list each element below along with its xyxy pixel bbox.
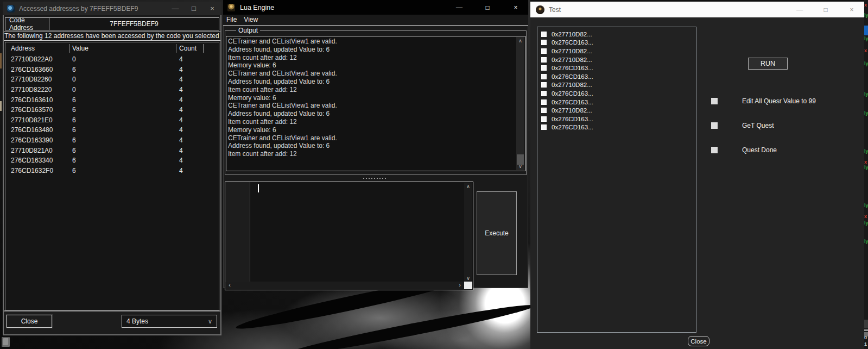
scroll-up-icon[interactable]: ∧ bbox=[464, 183, 472, 190]
maximize-icon[interactable]: □ bbox=[185, 4, 203, 13]
close-icon[interactable]: × bbox=[847, 6, 857, 14]
cell-count: 4 bbox=[176, 86, 219, 94]
maximize-icon[interactable]: □ bbox=[821, 6, 831, 14]
test-title: Test bbox=[549, 6, 561, 14]
table-row[interactable]: 276CD1632F0 6 4 bbox=[5, 166, 219, 176]
lua-engine-titlebar[interactable]: Lua Engine — □ × bbox=[223, 0, 528, 15]
option-label: Quest Done bbox=[742, 146, 777, 154]
cell-address: 276CD163340 bbox=[5, 157, 69, 164]
checkbox[interactable] bbox=[541, 57, 547, 63]
column-header-count[interactable]: Count bbox=[176, 44, 204, 53]
minimize-icon[interactable]: — bbox=[795, 6, 804, 14]
list-item[interactable]: 0x276CD163... bbox=[537, 72, 696, 81]
output-group-label: Output bbox=[236, 27, 260, 35]
list-item[interactable]: 0x276CD163... bbox=[537, 39, 696, 47]
checkbox[interactable] bbox=[541, 82, 547, 88]
column-header-spacer bbox=[204, 44, 219, 53]
cell-value: 0 bbox=[69, 55, 176, 63]
option-row[interactable]: Quest Done bbox=[711, 138, 852, 162]
cheat-engine-icon bbox=[7, 5, 15, 13]
run-button[interactable]: RUN bbox=[748, 58, 788, 70]
code-address-label: Code Address bbox=[5, 17, 49, 30]
list-item[interactable]: 0x27710D82... bbox=[537, 47, 696, 55]
minimize-icon[interactable]: — bbox=[453, 4, 465, 11]
checkbox[interactable] bbox=[711, 98, 718, 104]
list-item[interactable]: 0x276CD163... bbox=[537, 115, 696, 123]
edge-fragment-text: ly bbox=[864, 239, 868, 244]
output-line: Item count after add: 12 bbox=[228, 54, 515, 62]
list-item-label: 0x276CD163... bbox=[552, 65, 593, 71]
scrollbar-corner bbox=[464, 282, 472, 289]
table-row[interactable]: 27710D82260 0 4 bbox=[5, 74, 219, 85]
option-row[interactable]: GeT Quest bbox=[711, 113, 852, 138]
code-address-input[interactable]: 7FFEFF5BDEF9 bbox=[49, 17, 219, 30]
table-row[interactable]: 276CD163340 6 4 bbox=[5, 155, 219, 166]
close-icon[interactable]: × bbox=[203, 4, 221, 13]
output-line: Item count after add: 12 bbox=[228, 118, 515, 126]
table-row[interactable]: 276CD163610 6 4 bbox=[5, 95, 219, 105]
output-line: CETrainer and CEListView1 are valid. bbox=[228, 70, 515, 78]
editor-vertical-scrollbar[interactable]: ∧ ∨ bbox=[464, 183, 472, 282]
checkbox[interactable] bbox=[541, 74, 547, 79]
table-row[interactable]: 27710D822A0 0 4 bbox=[5, 54, 219, 65]
script-editor[interactable]: ∧ ∨ ‹ › bbox=[225, 182, 473, 290]
accessed-addresses-titlebar[interactable]: Accessed addresses by 7FFEFF5BDEF9 — □ × bbox=[3, 2, 221, 15]
scroll-left-icon[interactable]: ‹ bbox=[226, 282, 233, 289]
list-item[interactable]: 0x27710D82... bbox=[537, 55, 696, 64]
scroll-right-icon[interactable]: › bbox=[456, 282, 464, 289]
scroll-down-icon[interactable]: ∨ bbox=[516, 163, 524, 170]
list-item[interactable]: 0x27710D82... bbox=[537, 81, 696, 90]
table-row[interactable]: 276CD163480 6 4 bbox=[5, 125, 219, 135]
checkbox[interactable] bbox=[541, 124, 547, 130]
cell-count: 4 bbox=[176, 66, 219, 73]
output-scrollbar[interactable]: ∧ ∨ bbox=[516, 37, 524, 170]
checkbox[interactable] bbox=[541, 65, 547, 71]
table-row[interactable]: 27710D821A0 6 4 bbox=[5, 145, 219, 155]
editor-horizontal-scrollbar[interactable]: ‹ › bbox=[226, 282, 464, 289]
checkbox[interactable] bbox=[541, 40, 547, 45]
list-item-label: 0x276CD163... bbox=[552, 73, 593, 80]
minimize-icon[interactable]: — bbox=[166, 4, 185, 13]
table-row[interactable]: 27710D82220 0 4 bbox=[5, 85, 219, 95]
edge-fragment-text: 1 bbox=[864, 341, 867, 347]
list-item[interactable]: 0x27710D82... bbox=[537, 30, 696, 39]
checkbox[interactable] bbox=[541, 32, 547, 37]
maximize-icon[interactable]: □ bbox=[481, 4, 493, 11]
checkbox[interactable] bbox=[541, 99, 547, 105]
menu-item[interactable]: File bbox=[224, 15, 242, 25]
execute-button[interactable]: Execute bbox=[477, 191, 517, 275]
checkbox[interactable] bbox=[711, 122, 718, 129]
table-row[interactable]: 276CD163660 6 4 bbox=[5, 65, 219, 75]
list-item[interactable]: 0x276CD163... bbox=[537, 98, 696, 107]
editor-gutter bbox=[225, 182, 250, 282]
close-icon[interactable]: × bbox=[510, 4, 522, 11]
table-row[interactable]: 27710D821E0 6 4 bbox=[5, 115, 219, 126]
address-checkbox-list[interactable]: 0x27710D82... 0x276CD163... 0x27710D82..… bbox=[537, 27, 696, 333]
output-console[interactable]: CETrainer and CEListView1 are valid.Addr… bbox=[226, 36, 525, 171]
value-type-select[interactable]: 4 Bytes ∨ bbox=[122, 315, 217, 328]
list-item[interactable]: 0x276CD163... bbox=[537, 64, 696, 72]
lua-engine-icon bbox=[227, 4, 235, 11]
close-button[interactable]: Close bbox=[688, 336, 709, 346]
menu-item[interactable]: View bbox=[242, 15, 263, 25]
table-row[interactable]: 276CD163390 6 4 bbox=[5, 135, 219, 146]
list-item[interactable]: 0x27710D82... bbox=[537, 106, 696, 115]
option-row[interactable]: Edit All Quesr Value to 99 bbox=[711, 89, 852, 113]
column-header-value[interactable]: Value bbox=[69, 44, 176, 53]
scroll-down-icon[interactable]: ∨ bbox=[464, 275, 472, 282]
test-titlebar[interactable]: Test — □ × bbox=[530, 2, 864, 17]
checkbox[interactable] bbox=[541, 108, 547, 113]
list-item[interactable]: 0x276CD163... bbox=[537, 89, 696, 98]
addresses-table[interactable]: Address Value Count 27710D822A0 0 4 276C… bbox=[5, 42, 219, 310]
close-button[interactable]: Close bbox=[7, 315, 52, 328]
checkbox[interactable] bbox=[541, 116, 547, 122]
cell-value: 6 bbox=[69, 96, 176, 104]
list-item[interactable]: 0x276CD163... bbox=[537, 123, 696, 132]
checkbox[interactable] bbox=[711, 147, 718, 153]
checkbox[interactable] bbox=[541, 48, 547, 54]
scroll-up-icon[interactable]: ∧ bbox=[516, 37, 524, 45]
table-row[interactable]: 276CD163570 6 4 bbox=[5, 105, 219, 115]
column-header-address[interactable]: Address bbox=[5, 44, 69, 53]
splitter-handle[interactable] bbox=[224, 176, 525, 180]
checkbox[interactable] bbox=[541, 91, 547, 96]
